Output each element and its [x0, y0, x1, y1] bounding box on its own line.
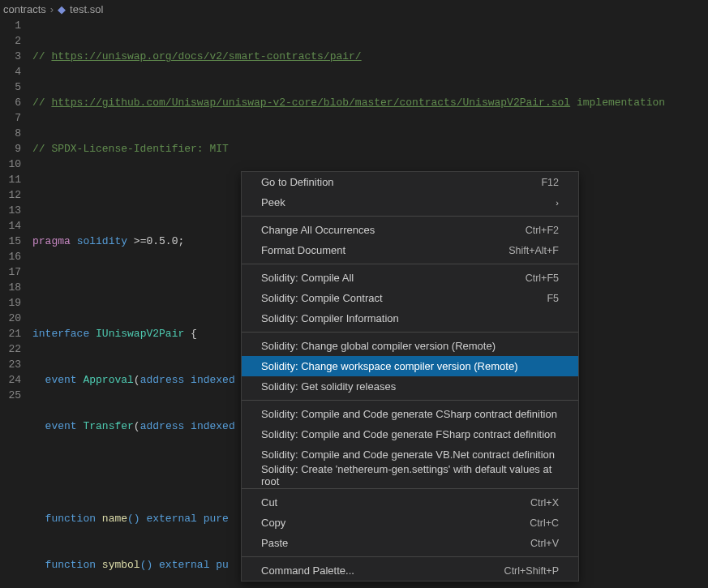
menu-format-document[interactable]: Format DocumentShift+Alt+F	[242, 240, 578, 260]
menu-solidity-compile-contract[interactable]: Solidity: Compile ContractF5	[242, 288, 578, 308]
menu-solidity-gen-fsharp[interactable]: Solidity: Compile and Code generate FSha…	[242, 424, 578, 444]
chevron-right-icon: ›	[50, 3, 54, 15]
chevron-right-icon: ›	[556, 198, 559, 208]
line-number-gutter: 1234567891011121314151617181920212223242…	[0, 18, 32, 588]
menu-solidity-gen-vbnet[interactable]: Solidity: Compile and Code generate VB.N…	[242, 444, 578, 465]
menu-separator	[242, 332, 578, 333]
menu-solidity-compiler-information[interactable]: Solidity: Compiler Information	[242, 308, 578, 328]
menu-separator	[242, 488, 578, 489]
menu-change-all-occurrences[interactable]: Change All OccurrencesCtrl+F2	[242, 220, 578, 240]
menu-solidity-change-global-compiler[interactable]: Solidity: Change global compiler version…	[242, 336, 578, 356]
menu-separator	[242, 264, 578, 264]
menu-solidity-change-workspace-compiler[interactable]: Solidity: Change workspace compiler vers…	[242, 356, 578, 376]
menu-peek[interactable]: Peek›	[242, 192, 578, 212]
context-menu[interactable]: Go to DefinitionF12 Peek› Change All Occ…	[241, 171, 579, 582]
menu-solidity-compile-all[interactable]: Solidity: Compile AllCtrl+F5	[242, 268, 578, 288]
menu-solidity-get-releases[interactable]: Solidity: Get solidity releases	[242, 376, 578, 397]
menu-solidity-gen-csharp[interactable]: Solidity: Compile and Code generate CSha…	[242, 404, 578, 424]
menu-cut[interactable]: CutCtrl+X	[242, 492, 578, 513]
breadcrumb[interactable]: contracts › ◆ test.sol	[0, 0, 708, 18]
menu-separator	[242, 556, 578, 557]
solidity-file-icon: ◆	[58, 3, 66, 15]
menu-solidity-create-nethereum-settings[interactable]: Solidity: Create 'nethereum-gen.settings…	[242, 465, 578, 485]
menu-goto-definition[interactable]: Go to DefinitionF12	[242, 172, 578, 192]
menu-paste[interactable]: PasteCtrl+V	[242, 533, 578, 553]
menu-command-palette[interactable]: Command Palette...Ctrl+Shift+P	[242, 560, 578, 581]
menu-separator	[242, 400, 578, 401]
menu-separator	[242, 216, 578, 217]
breadcrumb-file[interactable]: test.sol	[70, 3, 103, 15]
menu-copy[interactable]: CopyCtrl+C	[242, 513, 578, 533]
breadcrumb-folder[interactable]: contracts	[3, 3, 46, 15]
